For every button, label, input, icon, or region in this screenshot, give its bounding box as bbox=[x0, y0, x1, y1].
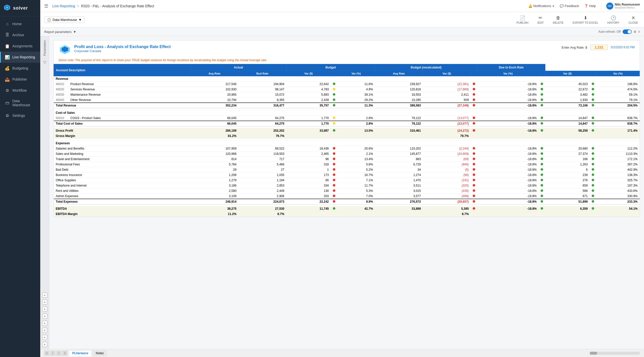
first-sheet-button[interactable]: ⟨⟨ bbox=[44, 351, 49, 356]
parameters-tab[interactable]: Parameters bbox=[42, 38, 48, 58]
section-header: Cost of Sales bbox=[54, 110, 640, 116]
spacer-row bbox=[54, 139, 640, 141]
feedback-button[interactable]: 💬 Feedback bbox=[560, 4, 579, 8]
expand-plus-2[interactable]: + bbox=[42, 300, 47, 305]
report-logo-section: solver Profit and Loss - Analysis of Exc… bbox=[59, 45, 171, 55]
data-warehouse-selector[interactable]: 📋 Data Warehouse ▼ bbox=[44, 17, 85, 23]
sidebar-nav: ⌂ Home 🗄 Archive 📋 Assignments 📊 Live Re… bbox=[0, 16, 40, 357]
edit-button[interactable]: ✏ EDIT bbox=[535, 14, 546, 25]
last-sheet-button[interactable]: ⟩⟩ bbox=[62, 351, 67, 356]
demo-note: Demo note: The purpose of this report is… bbox=[54, 57, 640, 64]
topbar-right: 🔔 Notifications ∨ 💬 Feedback ❓ Help NR N… bbox=[528, 3, 640, 10]
table-row: Office Supplies 1,279 1,194 85 7.1% 1,47… bbox=[54, 178, 640, 183]
toolbar: 📋 Data Warehouse ▼ 📄 PUBLISH ✏ EDIT 🗑 DE… bbox=[40, 12, 644, 27]
spacer-row bbox=[54, 204, 640, 206]
sidebar-item-budgeting[interactable]: 💰 Budgeting bbox=[0, 63, 40, 74]
col-ind-3 bbox=[539, 71, 545, 76]
sidebar-item-home[interactable]: ⌂ Home bbox=[0, 18, 40, 29]
prev-sheet-button[interactable]: ⟨ bbox=[50, 351, 55, 356]
tab-notes[interactable]: Notes bbox=[93, 350, 107, 356]
history-button[interactable]: 🕐 HISTORY bbox=[605, 14, 622, 25]
report-container: solver Profit and Loss - Analysis of Exc… bbox=[53, 40, 640, 217]
publish-label: PUBLISH bbox=[516, 21, 528, 24]
table-row: Telephone and Internet 3,186 2,853 334 1… bbox=[54, 183, 640, 188]
avg-rate-input[interactable] bbox=[590, 45, 608, 50]
expand-plus-1[interactable]: + bbox=[42, 293, 47, 298]
section-header: Expenses bbox=[54, 141, 640, 146]
help-button[interactable]: ❓ Help bbox=[584, 4, 596, 8]
data-warehouse-icon: 🗃 bbox=[5, 100, 10, 105]
col-var-pct: Var (%) bbox=[337, 71, 375, 76]
toggle-knob bbox=[628, 30, 631, 33]
expand-plus-3[interactable]: + bbox=[42, 307, 47, 312]
sidebar-item-label-publisher: Publisher bbox=[12, 77, 27, 81]
export-excel-button[interactable]: ⬇ EXPORT TO EXCEL bbox=[571, 14, 600, 25]
sidebar-item-settings[interactable]: ⚙ Settings bbox=[0, 110, 40, 121]
notifications-button[interactable]: 🔔 Notifications ∨ bbox=[528, 4, 555, 8]
sidebar-item-label-archive: Archive bbox=[12, 33, 24, 37]
col-ind-2 bbox=[471, 71, 477, 76]
edit-label: EDIT bbox=[537, 21, 544, 24]
expand-plus-8[interactable]: + bbox=[42, 342, 47, 347]
dw-table-icon: 📋 bbox=[47, 18, 51, 22]
home-icon: ⌂ bbox=[5, 21, 10, 26]
auto-refresh-label: Auto-refresh: Off bbox=[598, 30, 621, 33]
horizontal-scrollbar[interactable] bbox=[590, 352, 640, 355]
col-actual-group: Actual bbox=[190, 64, 286, 71]
archive-icon: 🗄 bbox=[5, 32, 10, 38]
breadcrumb-parent[interactable]: Live Reporting bbox=[52, 4, 75, 8]
col-actual-avg-rate: Avg Rate bbox=[190, 71, 238, 76]
report-wrapper[interactable]: solver Profit and Loss - Analysis of Exc… bbox=[49, 36, 644, 349]
report-header: solver Profit and Loss - Analysis of Exc… bbox=[54, 41, 640, 57]
close-button[interactable]: ✕ CLOSE bbox=[627, 14, 640, 25]
avatar: NR bbox=[606, 3, 613, 10]
dw-label: Data Warehouse bbox=[53, 18, 77, 22]
col-budget-recalc-group: Budget (recalculated) bbox=[375, 64, 477, 71]
side-panel: Parameters ▽ + + + + + + + + bbox=[40, 36, 49, 349]
delete-button[interactable]: 🗑 DELETE bbox=[551, 14, 566, 25]
report-params-toggle[interactable]: Report parameters ▼ bbox=[44, 30, 76, 34]
feedback-label: Feedback bbox=[565, 4, 579, 8]
table-row: Professional Fees 5,784 5,466 318 5.8% 6… bbox=[54, 162, 640, 167]
sidebar-item-data-warehouse[interactable]: 🗃 Data Warehouse bbox=[0, 96, 40, 110]
filter-icon[interactable]: ▽ bbox=[43, 60, 46, 65]
hamburger-icon[interactable]: ☰ bbox=[44, 3, 48, 9]
history-label: HISTORY bbox=[607, 21, 620, 24]
user-name-block: Nils Rasmussen NoraDivet Metrics bbox=[615, 3, 640, 10]
sidebar-item-label-settings: Settings bbox=[12, 114, 25, 118]
sheet-tabs: PLVariance Notes bbox=[69, 350, 107, 356]
topbar-left: ☰ Live Reporting > R320 - P&L - Analysis… bbox=[44, 3, 154, 9]
col-var-s-3: Var ($) bbox=[545, 71, 590, 76]
expand-plus-5[interactable]: + bbox=[42, 321, 47, 326]
next-sheet-button[interactable]: ⟩ bbox=[56, 351, 61, 356]
publish-button[interactable]: 📄 PUBLISH bbox=[514, 14, 530, 25]
tab-plvariance[interactable]: PLVariance bbox=[69, 350, 92, 356]
col-var-s: Var ($) bbox=[286, 71, 331, 76]
col-exch-rate-group: Due to Exch Rate bbox=[477, 64, 545, 71]
col-recalc-avg-rate: Avg Rate bbox=[375, 71, 423, 76]
list-view-icon[interactable]: ≡ bbox=[638, 30, 640, 33]
notifications-label: Notifications bbox=[533, 4, 551, 8]
sidebar-item-publisher[interactable]: 📤 Publisher bbox=[0, 74, 40, 85]
col-budget-bud-rate: Bud Rate bbox=[238, 71, 286, 76]
table-row: Sales and Marketing 120,968 118,503 2,46… bbox=[54, 151, 640, 157]
table-row: Bad Debt 29 27 1 5.2% 34 (5) -18.8% 6 44… bbox=[54, 167, 640, 172]
report-date: 5/2/2020 8:02 PM bbox=[611, 46, 635, 49]
sidebar-item-archive[interactable]: 🗄 Archive bbox=[0, 29, 40, 41]
user-name: Nils Rasmussen bbox=[615, 3, 640, 7]
grid-view-icon[interactable]: ⊞ bbox=[634, 30, 636, 33]
sidebar-item-workflow[interactable]: ⚙ Workflow bbox=[0, 85, 40, 96]
auto-refresh-toggle[interactable] bbox=[623, 29, 632, 34]
sidebar-item-assignments[interactable]: 📋 Assignments bbox=[0, 41, 40, 52]
table-row: Total Revenue 352,234 316,477 35,757 11.… bbox=[54, 103, 640, 108]
expand-plus-7[interactable]: + bbox=[42, 335, 47, 340]
expand-plus-6[interactable]: + bbox=[42, 328, 47, 333]
col-var-pct-2: Var (%) bbox=[477, 71, 539, 76]
horizontal-scrollbar-area bbox=[590, 352, 640, 355]
sidebar: solver ⌂ Home 🗄 Archive 📋 Assignments 📊 … bbox=[0, 0, 40, 357]
table-row: 40040 Other Revenue 10,794 8,355 2,439 2… bbox=[54, 97, 640, 103]
toolbar-left: 📋 Data Warehouse ▼ bbox=[44, 17, 85, 23]
sidebar-item-live-reporting[interactable]: 📊 Live Reporting bbox=[0, 52, 40, 63]
sidebar-item-label-data-warehouse: Data Warehouse bbox=[12, 99, 36, 107]
expand-plus-4[interactable]: + bbox=[42, 314, 47, 319]
